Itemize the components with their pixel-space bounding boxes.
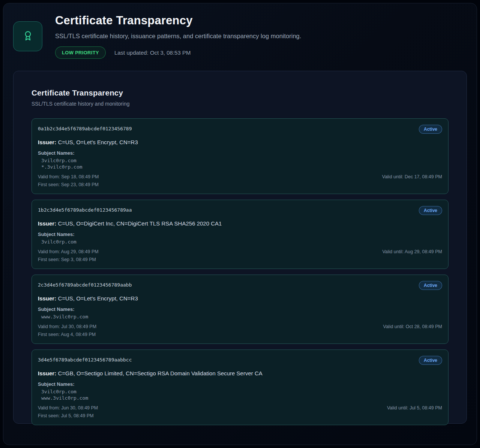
status-badge: Active [419,125,442,134]
subject-names-list: www.3vilc0rp.com [38,314,442,320]
certificate-card: 2c3d4e5f6789abcdef0123456789aabb Active … [32,275,448,344]
header-meta-row: LOW PRIORITY Last updated: Oct 3, 08:53 … [55,46,301,59]
app-container: Certificate Transparency SSL/TLS certifi… [3,3,477,445]
status-badge: Active [419,281,442,290]
certificate-card-header: 0a1b2c3d4e5f6789abcdef0123456789 Active [38,125,442,134]
valid-from-text: Valid from: Sep 18, 08:49 PM [38,174,99,179]
issuer-value: C=GB, O=Sectigo Limited, CN=Sectigo RSA … [58,370,262,376]
panel-title: Certificate Transparency [32,88,448,97]
certificate-fingerprint: 2c3d4e5f6789abcdef0123456789aabb [38,281,132,288]
priority-badge: LOW PRIORITY [55,46,106,59]
validity-row: Valid from: Jun 30, 08:49 PM Valid until… [38,405,442,411]
certificate-fingerprint: 1b2c3d4e5f6789abcdef0123456789aa [38,206,132,213]
first-seen-text: First seen: Aug 4, 08:49 PM [38,332,442,337]
certificate-card-header: 3d4e5f6789abcdef0123456789aabbcc Active [38,356,442,365]
issuer-label: Issuer: [38,139,56,145]
valid-from-text: Valid from: Jul 30, 08:49 PM [38,324,96,329]
valid-until-text: Valid until: Jul 5, 08:49 PM [387,405,442,411]
module-icon-tile [13,21,42,51]
valid-from-text: Valid from: Jun 30, 08:49 PM [38,405,98,411]
validity-row: Valid from: Aug 29, 08:49 PM Valid until… [38,249,442,254]
certificate-transparency-panel: Certificate Transparency SSL/TLS certifi… [13,71,467,424]
certificate-fingerprint: 3d4e5f6789abcdef0123456789aabbcc [38,356,132,363]
subject-names-label: Subject Names: [38,381,442,387]
page-header: Certificate Transparency SSL/TLS certifi… [13,14,467,59]
award-icon [23,31,33,42]
issuer-value: C=US, O=Let's Encrypt, CN=R3 [58,139,138,145]
valid-until-text: Valid until: Aug 29, 08:49 PM [382,249,442,254]
subject-names-label: Subject Names: [38,150,442,156]
issuer-value: C=US, O=Let's Encrypt, CN=R3 [58,295,138,302]
subject-names-list: 3vilc0rp.com *.3vilc0rp.com [38,158,442,170]
issuer-value: C=US, O=DigiCert Inc, CN=DigiCert TLS RS… [58,220,222,227]
issuer-line: Issuer: C=US, O=Let's Encrypt, CN=R3 [38,139,442,145]
subject-name: 3vilc0rp.com [41,389,442,395]
valid-until-text: Valid until: Dec 17, 08:49 PM [382,174,442,179]
subject-name: www.3vilc0rp.com [41,395,442,401]
certificate-card: 1b2c3d4e5f6789abcdef0123456789aa Active … [32,200,448,269]
subject-names-label: Subject Names: [38,231,442,237]
valid-until-text: Valid until: Oct 28, 08:49 PM [383,324,442,329]
subject-names-list: 3vilc0rp.com [38,239,442,245]
validity-row: Valid from: Sep 18, 08:49 PM Valid until… [38,174,442,179]
validity-row: Valid from: Jul 30, 08:49 PM Valid until… [38,324,442,329]
last-updated-text: Last updated: Oct 3, 08:53 PM [114,49,190,56]
status-badge: Active [419,356,442,365]
first-seen-text: First seen: Sep 3, 08:49 PM [38,257,442,262]
subject-name: *.3vilc0rp.com [41,164,442,170]
issuer-label: Issuer: [38,370,56,376]
page-title: Certificate Transparency [55,14,301,27]
subject-names-label: Subject Names: [38,306,442,312]
subject-name: 3vilc0rp.com [41,158,442,164]
issuer-line: Issuer: C=US, O=DigiCert Inc, CN=DigiCer… [38,220,442,227]
subject-name: 3vilc0rp.com [41,239,442,245]
certificate-card: 0a1b2c3d4e5f6789abcdef0123456789 Active … [32,118,448,194]
issuer-line: Issuer: C=GB, O=Sectigo Limited, CN=Sect… [38,370,442,376]
subject-names-list: 3vilc0rp.com www.3vilc0rp.com [38,389,442,401]
certificate-card-header: 2c3d4e5f6789abcdef0123456789aabb Active [38,281,442,290]
page-subtitle: SSL/TLS certificate history, issuance pa… [55,31,301,41]
certificate-list: 0a1b2c3d4e5f6789abcdef0123456789 Active … [32,118,448,425]
valid-from-text: Valid from: Aug 29, 08:49 PM [38,249,99,254]
certificate-fingerprint: 0a1b2c3d4e5f6789abcdef0123456789 [38,125,132,131]
header-text: Certificate Transparency SSL/TLS certifi… [55,14,301,59]
status-badge: Active [419,206,442,215]
issuer-label: Issuer: [38,220,56,227]
first-seen-text: First seen: Sep 23, 08:49 PM [38,182,442,187]
subject-name: www.3vilc0rp.com [41,314,442,320]
issuer-line: Issuer: C=US, O=Let's Encrypt, CN=R3 [38,295,442,302]
issuer-label: Issuer: [38,295,56,302]
panel-subtitle: SSL/TLS certificate history and monitori… [32,101,448,107]
first-seen-text: First seen: Jul 5, 08:49 PM [38,413,442,418]
certificate-card: 3d4e5f6789abcdef0123456789aabbcc Active … [32,349,448,425]
certificate-card-header: 1b2c3d4e5f6789abcdef0123456789aa Active [38,206,442,215]
